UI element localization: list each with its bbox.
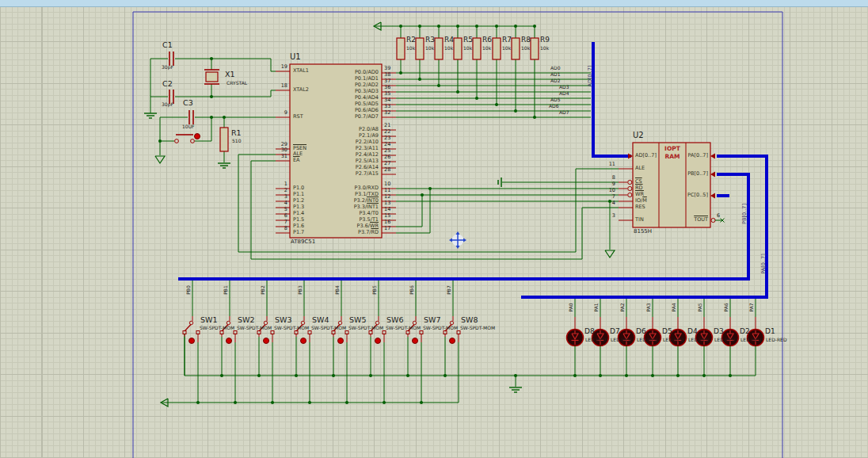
pin-number: 5	[284, 207, 287, 212]
pin-name: P0.7/AD7	[355, 114, 379, 120]
switch-value: SW-SPDT-MOM	[200, 326, 234, 330]
pin-name-text: P1.4	[293, 210, 304, 216]
pin-number: 3	[284, 194, 287, 200]
c1-value: 30pF	[162, 65, 173, 70]
pin-name: PA[0..7]	[688, 153, 708, 158]
pin-name-text: P2.4/A12	[356, 151, 379, 158]
pin-name-text: P1.6	[293, 223, 304, 229]
pin-name: P1.5	[293, 217, 304, 223]
pin-name-text: P0.7/AD7	[355, 113, 379, 120]
resistor-value: 10k	[521, 46, 530, 51]
pin-number: 10	[609, 188, 615, 193]
pin-name: XTAL2	[293, 87, 309, 93]
pin-name-text: P0.0/AD0	[355, 69, 379, 75]
pin-number: 15	[384, 213, 390, 219]
pin-number: 38	[384, 72, 390, 78]
resistor-value: 10k	[444, 46, 453, 51]
led-ref: D8	[584, 328, 595, 335]
pin-number: 7	[612, 194, 615, 200]
pin-name: P1.4	[293, 211, 304, 216]
pin-name: P1.6	[293, 223, 304, 229]
pin-number: 36	[384, 85, 390, 90]
net-label: PA5	[698, 303, 702, 311]
pin-name: CS	[635, 179, 642, 185]
pin-name-text: P1.0	[293, 185, 304, 191]
pin-name-text: PB[0..7]	[687, 170, 708, 177]
pin-name: EA	[293, 158, 300, 163]
pin-number: 9	[612, 181, 615, 187]
pin-name: P1.2	[293, 198, 304, 204]
c3-value: 10UF	[182, 124, 194, 129]
switch-ref: SW8	[461, 316, 478, 324]
pin-number: 17	[384, 226, 390, 231]
pin-name: P1.3	[293, 204, 304, 210]
pin-name: RST	[293, 114, 303, 120]
net-label: AD2	[550, 78, 561, 83]
pin-name-text: P2.0/A8	[359, 126, 379, 132]
resistor-value: 10k	[425, 46, 434, 51]
net-label: PB1	[223, 285, 228, 295]
pin-number: 25	[384, 148, 390, 154]
pin-number: 4	[284, 200, 287, 206]
pin-name-text: P0.5/AD5	[355, 101, 379, 107]
pin-number: 34	[384, 97, 390, 103]
pin-name-text: P3.7/	[358, 229, 371, 235]
pin-name: P2.2/A10	[356, 139, 379, 145]
pin-name-text: P3.0/RXD	[355, 185, 379, 191]
pin-name: AD[0..7]	[635, 153, 657, 158]
pin-name-text: XTAL2	[293, 86, 309, 93]
led-ref: D4	[687, 328, 698, 335]
pin-name: P0.2/AD2	[355, 82, 379, 88]
pin-name-text: P3.4/T0	[359, 210, 379, 216]
label-layer: 19XTAL118XTAL29RST29PSEN30ALE31EA1P1.02P…	[0, 0, 868, 458]
pin-name: P3.1/TXD	[355, 192, 379, 197]
led-ref: D1	[765, 328, 775, 335]
pin-name-text: P2.1/A9	[359, 132, 379, 139]
switch-value: SW-SPDT-MOM	[460, 326, 495, 330]
pin-number: 28	[384, 167, 390, 173]
resistor-value: 10k	[463, 46, 472, 51]
pin-number: 11	[609, 162, 615, 167]
net-label: PA3	[646, 303, 651, 311]
pin-name-text: WR	[370, 223, 379, 229]
pin-name-text: WR	[635, 191, 644, 197]
pin-number: 37	[384, 78, 390, 84]
x1-ref: X1	[225, 71, 235, 78]
pin-name-text: TIN	[635, 216, 644, 223]
u2-type-label: RAM	[664, 154, 680, 160]
pin-name-text: P1.7	[293, 229, 304, 235]
pin-number: 13	[384, 200, 390, 206]
led-value: LED-RED	[714, 338, 736, 342]
pin-name: TOUT	[694, 217, 708, 223]
net-label: AD5	[550, 97, 561, 102]
pin-name-text: RST	[293, 113, 303, 120]
pin-number: 22	[384, 129, 390, 135]
led-value: LED-RED	[663, 338, 684, 342]
net-label: PA7	[749, 303, 754, 311]
led-value: LED-RED	[637, 338, 658, 342]
pin-name: P3.4/T0	[359, 211, 379, 216]
pin-number: 12	[384, 194, 390, 200]
pin-name-text: P2.5/A13	[356, 158, 379, 164]
pin-name-text: CS	[635, 178, 642, 185]
switch-ref: SW3	[275, 316, 291, 324]
r1-ref: R1	[231, 129, 242, 137]
pin-number: 18	[281, 83, 287, 89]
pin-number: 19	[281, 64, 287, 70]
resistor-value: 10k	[502, 46, 511, 51]
pin-name: PC[0..5]	[687, 193, 708, 198]
pin-name: P1.0	[293, 185, 304, 191]
pin-name: P2.3/A11	[356, 146, 379, 151]
pin-name-text: RD	[635, 185, 643, 191]
pin-name: PB[0..7]	[687, 171, 708, 177]
pin-name: P3.6/WR	[357, 223, 379, 229]
pin-name: XTAL1	[293, 68, 309, 74]
bus-label: AD[0..7]	[588, 66, 593, 87]
u2-type-label: IOPT	[664, 146, 680, 152]
pin-name-text: TOUT	[694, 216, 708, 223]
pin-number: 10	[384, 181, 390, 187]
net-label: PB7	[447, 285, 451, 295]
switch-ref: SW4	[312, 316, 329, 324]
net-label: AD7	[559, 110, 569, 115]
pin-name-text: RD	[371, 229, 379, 235]
